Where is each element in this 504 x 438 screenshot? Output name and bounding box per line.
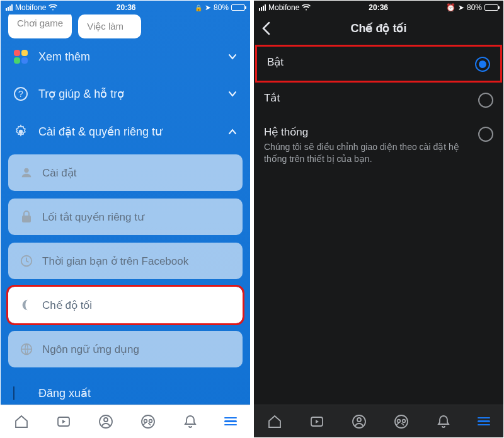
battery-pct: 80% [467, 3, 482, 12]
menu-logout[interactable]: Đăng xuất [1, 376, 250, 405]
tab-notifications[interactable] [183, 414, 197, 429]
tab-profile[interactable] [352, 414, 367, 429]
hamburger-icon [478, 417, 490, 426]
page-title: Chế độ tối [351, 21, 407, 35]
tab-watch[interactable] [56, 414, 71, 429]
card-time-on-fb[interactable]: Thời gian bạn ở trên Facebook [8, 243, 243, 279]
status-time: 20:36 [311, 3, 446, 12]
card-app-language[interactable]: Ngôn ngữ ứng dụng [8, 331, 243, 367]
status-bar: Mobifone 20:36 ⏰ ➤ 80% [254, 1, 503, 14]
svg-rect-4 [22, 216, 31, 222]
svg-point-15 [357, 418, 361, 422]
shortcut-row: Chơi game Việc làm [1, 14, 250, 38]
svg-text:?: ? [18, 89, 23, 99]
signal-icon [259, 4, 266, 11]
card-time-on-fb-label: Thời gian bạn ở trên Facebook [42, 255, 188, 268]
carrier-label: Mobifone [268, 3, 299, 12]
status-time: 20:36 [57, 3, 195, 12]
option-system[interactable]: Hệ thống Chúng tôi sẽ điều chỉnh giao di… [254, 117, 503, 174]
settings-card-list: Cài đặt Lối tắt quyền riêng tư Thời gian… [1, 151, 250, 371]
chip-jobs[interactable]: Việc làm [78, 14, 141, 38]
tab-bar [254, 405, 503, 437]
svg-point-18 [403, 419, 406, 422]
door-exit-icon [13, 387, 30, 400]
phone-settings-menu: Mobifone 20:36 🔒 ➤ 80% Chơi game Việc là… [1, 1, 250, 437]
tab-menu[interactable] [224, 417, 237, 426]
tab-groups[interactable] [393, 414, 410, 429]
carrier-label: Mobifone [15, 3, 46, 12]
radio-unselected-icon [478, 127, 493, 142]
dark-mode-options: Bật Tắt Hệ thống Chúng tôi sẽ điều chỉnh… [254, 42, 503, 405]
clock-icon [18, 254, 35, 268]
chevron-up-icon [226, 125, 239, 138]
globe-icon [18, 342, 35, 356]
tab-bar [1, 405, 250, 437]
tab-menu[interactable] [478, 417, 490, 426]
option-system-label: Hệ thống [264, 125, 469, 139]
chevron-down-icon [226, 50, 239, 63]
battery-icon [231, 4, 245, 11]
lock-icon: 🔒 [195, 4, 202, 11]
radio-selected-icon [475, 57, 490, 72]
menu-settings-privacy[interactable]: Cài đặt & quyền riêng tư [1, 113, 250, 151]
battery-icon [484, 4, 498, 11]
svg-point-3 [24, 168, 28, 173]
svg-point-2 [19, 130, 23, 134]
svg-point-17 [398, 419, 401, 422]
hamburger-icon [224, 417, 237, 426]
option-off[interactable]: Tắt [254, 83, 503, 117]
card-privacy-shortcut-label: Lối tắt quyền riêng tư [42, 210, 144, 224]
svg-point-9 [104, 418, 108, 422]
menu-help[interactable]: ? Trợ giúp & hỗ trợ [1, 75, 250, 113]
option-system-sub: Chúng tôi sẽ điều chỉnh giao diện theo c… [264, 141, 469, 165]
card-dark-mode-label: Chế độ tối [42, 299, 92, 312]
privacy-lock-icon [18, 210, 35, 224]
phone-dark-mode-screen: Mobifone 20:36 ⏰ ➤ 80% Chế độ tối Bật Tắ… [254, 1, 503, 437]
tab-home[interactable] [14, 414, 29, 429]
tab-home[interactable] [267, 414, 282, 429]
location-icon: ➤ [205, 3, 211, 12]
menu-logout-label: Đăng xuất [38, 386, 91, 400]
card-privacy-shortcut[interactable]: Lối tắt quyền riêng tư [8, 199, 243, 235]
option-on-label: Bật [267, 55, 466, 69]
battery-pct: 80% [214, 3, 229, 12]
chip-games[interactable]: Chơi game [8, 14, 72, 38]
gear-icon [12, 124, 30, 139]
menu-see-more[interactable]: Xem thêm [1, 38, 250, 75]
status-bar: Mobifone 20:36 🔒 ➤ 80% [1, 1, 250, 14]
tab-notifications[interactable] [437, 414, 450, 429]
chevron-down-icon [226, 88, 239, 100]
svg-point-12 [149, 419, 152, 422]
page-header: Chế độ tối [254, 14, 503, 42]
menu-help-label: Trợ giúp & hỗ trợ [38, 87, 124, 101]
card-settings-label: Cài đặt [42, 166, 76, 180]
tab-groups[interactable] [140, 414, 156, 429]
menu-settings-privacy-label: Cài đặt & quyền riêng tư [38, 125, 162, 139]
svg-point-11 [144, 419, 147, 422]
moon-icon [18, 298, 35, 312]
signal-icon [6, 4, 13, 11]
tab-watch[interactable] [309, 414, 324, 429]
card-dark-mode[interactable]: Chế độ tối [8, 287, 243, 323]
menu-see-more-label: Xem thêm [38, 50, 90, 64]
location-icon: ➤ [458, 3, 464, 12]
option-on[interactable]: Bật [255, 45, 502, 83]
back-button[interactable] [261, 21, 270, 35]
user-gear-icon [18, 166, 35, 180]
radio-unselected-icon [478, 93, 493, 108]
card-settings[interactable]: Cài đặt [8, 154, 243, 191]
tab-profile[interactable] [98, 414, 113, 429]
card-app-language-label: Ngôn ngữ ứng dụng [42, 343, 139, 356]
apps-icon [12, 50, 30, 64]
alarm-icon: ⏰ [446, 3, 455, 12]
wifi-icon [49, 4, 57, 11]
option-off-label: Tắt [264, 91, 469, 105]
help-icon: ? [12, 86, 30, 101]
wifi-icon [302, 4, 311, 11]
